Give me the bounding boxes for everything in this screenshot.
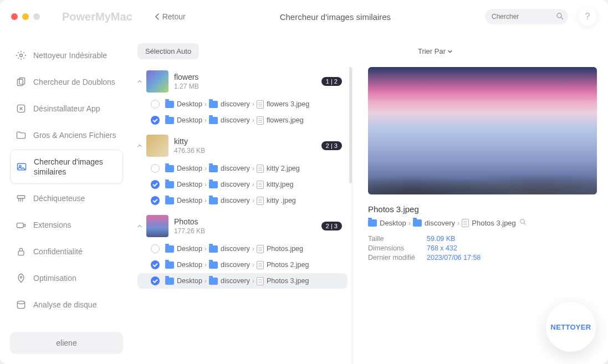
crumb: Desktop — [177, 261, 202, 269]
auto-select-button[interactable]: Sélection Auto — [137, 43, 199, 59]
sidebar-item-label: Gros & Anciens Fichiers — [33, 130, 116, 140]
back-button[interactable]: Retour — [155, 12, 186, 21]
chevron-right-icon: › — [205, 165, 207, 172]
file-icon — [257, 197, 264, 205]
svg-rect-3 — [17, 79, 23, 86]
shredder-icon — [16, 193, 27, 204]
meta-value: 768 x 432 — [427, 244, 457, 252]
chevron-up-icon[interactable] — [133, 223, 146, 229]
chevron-right-icon: › — [205, 197, 207, 204]
maximize-window-button[interactable] — [33, 13, 40, 20]
result-group: flowers1.27 MB1 | 2Desktop›discovery›flo… — [133, 67, 352, 128]
checkbox[interactable] — [151, 180, 160, 189]
preview-file-name: Photos 3.jpeg — [368, 204, 597, 214]
sidebar-item-junk-cleaner[interactable]: Nettoyeur Indésirable — [10, 43, 123, 68]
main: Sélection Auto Trier Par flowers1.27 MB1… — [133, 33, 608, 364]
folder-icon — [368, 219, 377, 227]
file-row[interactable]: Desktop›discovery›kitty 2.jpeg — [137, 161, 348, 176]
group-name: kitty — [174, 137, 321, 146]
file-row[interactable]: Desktop›discovery›flowers 3.jpeg — [137, 96, 348, 112]
reveal-icon[interactable] — [519, 218, 527, 227]
group-header[interactable]: kitty476.36 KB2 | 3 — [133, 131, 352, 160]
crumb: discovery — [221, 245, 250, 253]
clean-button[interactable]: NETTOYER — [546, 302, 596, 352]
checkbox[interactable] — [151, 116, 160, 125]
sidebar-item-optimization[interactable]: Optimisation — [10, 266, 123, 290]
svg-rect-13 — [18, 252, 24, 256]
folder-icon — [209, 278, 218, 285]
group-name: flowers — [174, 73, 321, 81]
folder-icon — [209, 197, 218, 204]
preview-path: Desktop › discovery › Photos 3.jpeg — [368, 218, 597, 227]
crumb: discovery — [221, 197, 250, 204]
file-row[interactable]: Desktop›discovery›kitty.jpeg — [137, 177, 348, 192]
meta-value: 59.09 KB — [427, 235, 455, 243]
folder-icon — [165, 165, 174, 172]
chevron-up-icon[interactable] — [133, 78, 146, 85]
meta-modified: Dernier modifié 2023/07/06 17:58 — [368, 254, 597, 262]
file-name: kitty 2.jpeg — [267, 165, 300, 172]
chevron-right-icon: › — [205, 277, 207, 285]
group-count-badge: 1 | 2 — [321, 77, 342, 86]
close-window-button[interactable] — [11, 13, 18, 20]
checkbox[interactable] — [151, 164, 160, 173]
folder-icon — [165, 117, 174, 124]
file-row[interactable]: Desktop›discovery›Photos.jpeg — [137, 241, 348, 257]
checkbox[interactable] — [151, 260, 160, 269]
help-button[interactable]: ? — [578, 7, 597, 26]
plugin-icon — [16, 219, 27, 230]
scrollbar-thumb[interactable] — [349, 67, 352, 183]
group-header[interactable]: flowers1.27 MB1 | 2 — [133, 67, 352, 96]
sidebar-item-large-old-files[interactable]: Gros & Anciens Fichiers — [10, 123, 123, 147]
sidebar-item-shredder[interactable]: Déchiqueteuse — [10, 186, 123, 211]
meta-label: Dimensions — [368, 244, 427, 252]
crumb: Desktop — [177, 277, 202, 285]
minimize-window-button[interactable] — [22, 13, 29, 20]
sidebar-item-app-uninstaller[interactable]: Désinstallateur App — [10, 96, 123, 121]
checkbox[interactable] — [151, 276, 160, 285]
file-row[interactable]: Desktop›discovery›Photos 2.jpeg — [137, 257, 348, 273]
file-icon — [257, 261, 264, 269]
sidebar-item-duplicate-finder[interactable]: Chercheur de Doublons — [10, 70, 123, 94]
file-row[interactable]: Desktop›discovery›Photos 3.jpeg — [137, 273, 348, 289]
sidebar-item-similar-images[interactable]: Chercheur d'images similaires — [10, 150, 123, 184]
copy-icon — [16, 76, 27, 88]
gear-icon — [16, 50, 27, 61]
sidebar-item-disk-analyze[interactable]: Analyse de disque — [10, 293, 123, 317]
chevron-right-icon: › — [205, 100, 207, 108]
checkbox[interactable] — [151, 100, 160, 109]
folder-icon — [209, 262, 218, 269]
chevron-up-icon[interactable] — [133, 142, 146, 149]
file-icon — [257, 165, 264, 173]
chevron-right-icon: › — [252, 197, 254, 204]
svg-point-14 — [20, 276, 22, 278]
file-row[interactable]: Desktop›discovery›flowers.jpeg — [137, 112, 348, 128]
page-title: Chercheur d'images similaires — [186, 12, 485, 22]
folder-icon — [165, 278, 174, 285]
file-row[interactable]: Desktop›discovery›kitty .jpeg — [137, 193, 348, 208]
crumb[interactable]: Desktop — [380, 219, 406, 227]
header: PowerMyMac Retour Chercheur d'images sim… — [0, 0, 608, 33]
sort-button[interactable]: Trier Par — [418, 47, 453, 55]
sidebar-item-label: Chercheur de Doublons — [33, 77, 115, 87]
checkbox[interactable] — [151, 196, 160, 205]
sidebar-item-privacy[interactable]: Confidentialité — [10, 239, 123, 264]
sidebar-item-extensions[interactable]: Extensions — [10, 213, 123, 237]
sidebar-item-label: Extensions — [33, 220, 71, 230]
crumb-file[interactable]: Photos 3.jpeg — [472, 219, 516, 227]
user-pill[interactable]: eliene — [10, 332, 123, 354]
crumb: discovery — [221, 261, 250, 269]
file-icon — [257, 181, 264, 189]
chevron-right-icon: › — [205, 181, 207, 188]
folder-icon — [165, 245, 174, 253]
crumb: Desktop — [177, 197, 202, 204]
svg-point-2 — [20, 54, 23, 57]
group-header[interactable]: Photos177.26 KB2 | 3 — [133, 212, 352, 240]
search-icon[interactable] — [556, 12, 564, 22]
folder-icon — [209, 181, 218, 188]
crumb[interactable]: discovery — [425, 219, 455, 227]
meta-label: Taille — [368, 235, 427, 243]
svg-rect-12 — [17, 223, 24, 228]
checkbox[interactable] — [151, 244, 160, 253]
group-count-badge: 2 | 3 — [321, 222, 342, 230]
